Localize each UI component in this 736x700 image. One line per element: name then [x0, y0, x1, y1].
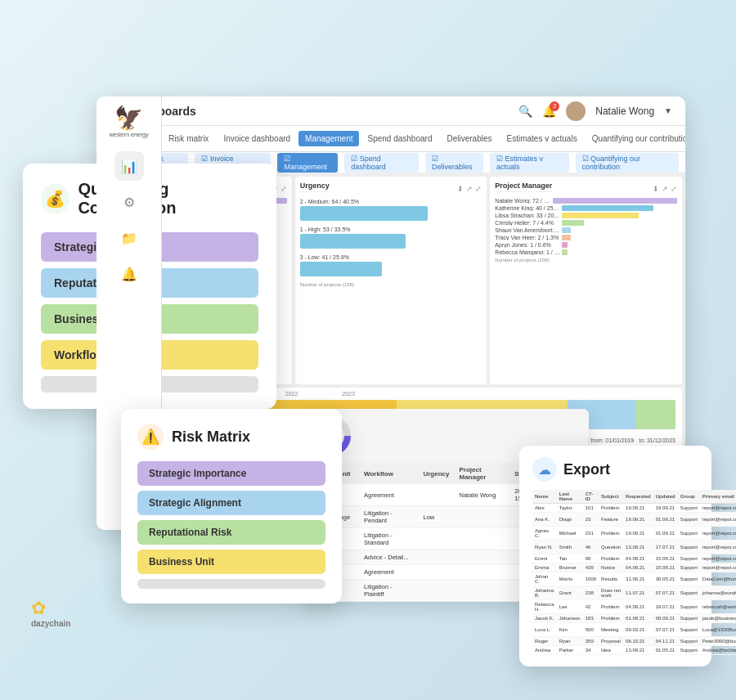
pm-label: Shaun Van Amersfoort: 2 / 1.3%: [495, 227, 560, 233]
pm-expand-icon[interactable]: ⤢: [671, 185, 677, 193]
tab-quantifying[interactable]: Quantifying our contribution: [586, 131, 685, 146]
pm-bar: [562, 249, 568, 255]
notification-badge: 2: [550, 101, 559, 111]
cell-pm: [454, 528, 509, 550]
filter-chip-quantifying[interactable]: ☑ Quantifying our contribution: [576, 153, 679, 173]
pm-download-icon[interactable]: ⬇: [653, 185, 659, 193]
col-workflow: Workflow: [359, 463, 418, 484]
project-manager-panel: Project Manager ⬇ ↗ ⤢ Natalie Wong: 72 /…: [490, 177, 682, 384]
table-row: AndreaParker34 Idea13.09.2101.05.21 Supp…: [532, 646, 736, 655]
qc-icon: 💰: [41, 183, 70, 214]
logo-bird-icon: 🦅: [110, 105, 149, 132]
export-col-group: Group: [678, 490, 700, 504]
filter-chip-estimates[interactable]: ☑ Estimates v actuals: [490, 153, 569, 173]
urgency-low-row: 3 - Low: 41 / 25.9%: [300, 254, 482, 276]
year-label-2023: 2023: [342, 391, 355, 397]
cell-pm: [454, 506, 509, 528]
table-row: Agnes C.Michael231 Problem19.09.2101.09.…: [532, 527, 736, 541]
table-row: Ana K.Diago23 Feature19.09.2101.09.21 Su…: [532, 513, 736, 527]
cell-urgency: [418, 550, 454, 565]
search-icon[interactable]: 🔍: [518, 105, 532, 118]
tab-management[interactable]: Management: [298, 131, 359, 146]
user-dropdown-icon[interactable]: ▼: [664, 106, 672, 115]
sidebar-item-settings[interactable]: ⚙: [114, 187, 144, 217]
table-row: Natalie Wong: 72 / 45.6%: [495, 198, 677, 204]
table-row: Apryn Jones: 1 / 0.6%: [495, 242, 677, 248]
pm-bar: [562, 227, 571, 233]
cell-urgency: Low: [418, 506, 454, 528]
filter-chip-deliverables[interactable]: ☑ Deliverables: [425, 153, 483, 173]
tab-risk-matrix[interactable]: Risk matrix: [162, 131, 215, 146]
urgency-share-icon[interactable]: ↗: [466, 185, 473, 193]
rm-item-strategic-alignment[interactable]: Strategic Alignment: [137, 491, 325, 515]
urgency-low-bar: [300, 262, 382, 276]
dazychain-name: dazychain: [31, 619, 70, 628]
table-row: Libsa Strachan: 33 / 20.9%: [495, 213, 677, 218]
sidebar-item-files[interactable]: 📁: [114, 223, 144, 253]
pm-panel-title: Project Manager: [495, 182, 552, 192]
timeline-segment-6: [635, 400, 675, 429]
rm-item-reputational-risk[interactable]: Reputational Risk: [137, 520, 325, 545]
filter-chip-management[interactable]: ☑ Management: [277, 153, 338, 173]
title-bar: 📊 Dashboards 🔍 🔔 2 Natalie Wong ▼: [96, 96, 685, 126]
rm-item-strategic-importance[interactable]: Strategic Importance: [137, 461, 325, 486]
tab-invoice[interactable]: Invoice dashboard: [217, 131, 297, 146]
urgency-low-label: 3 - Low: 41 / 25.9%: [300, 254, 482, 260]
rm-item-business-unit[interactable]: Business Unit: [137, 550, 325, 574]
year-label-2022: 2022: [285, 391, 298, 397]
cell-urgency: [418, 528, 454, 550]
table-row: Rebecca H.Lee42 Problem04.09.2119.07.21 …: [532, 600, 736, 614]
table-row: Katherine King: 40 / 25.3%: [495, 205, 677, 211]
cell-workflow: Litigation - Pendant: [359, 506, 418, 528]
pm-bar: [562, 213, 639, 218]
sidebar-item-dashboard[interactable]: 📊: [114, 151, 144, 181]
export-col-ctid: CT-ID: [583, 490, 599, 504]
pm-bar: [562, 220, 584, 226]
western-energy-logo: 🦅 western energy: [110, 105, 149, 138]
filter-chip-spend[interactable]: ☑ Spend dashboard: [344, 153, 419, 173]
table-row: EmmiTan60 Problem04.08.2115.08.21 Suppor…: [532, 554, 736, 563]
table-row: Shaun Van Amersfoort: 2 / 1.3%: [495, 227, 677, 233]
table-row: Christy Heller: 7 / 4.4%: [495, 220, 677, 226]
notifications-icon[interactable]: 🔔 2: [542, 105, 556, 118]
export-header: ☁ Export: [532, 457, 698, 482]
urgency-expand-icon[interactable]: ⤢: [475, 185, 482, 193]
dazychain-logo-area: ✿ dazychain: [31, 598, 70, 628]
rm-item-empty: [137, 579, 325, 589]
urgency-medium-label: 2 - Medium: 64 / 40.5%: [300, 199, 482, 204]
rm-warning-icon: ⚠️: [137, 424, 164, 450]
export-title: Export: [563, 461, 610, 478]
cell-workflow: Agreement: [359, 565, 418, 580]
tab-bar: Dashboards Risk matrix Invoice dashboard…: [96, 126, 685, 152]
urgency-medium-bar: [300, 206, 428, 221]
title-actions: 🔍 🔔 2 Natalie Wong ▼: [518, 101, 672, 121]
cell-workflow: Litigation - Standard: [359, 528, 418, 550]
urgency-high-bar: [300, 234, 406, 249]
urgency-high-row: 1 - High: 53 / 33.5%: [300, 227, 482, 249]
export-col-lastname: Last Name: [557, 490, 583, 504]
pm-label: Apryn Jones: 1 / 0.6%: [495, 242, 560, 248]
cell-urgency: [418, 565, 454, 580]
export-col-subject: Subject: [599, 490, 623, 504]
col-urgency: Urgency: [418, 463, 454, 484]
sidebar-item-notifications[interactable]: 🔔: [114, 259, 144, 289]
pm-share-icon[interactable]: ↗: [662, 185, 668, 193]
col-pm: Project Manager: [454, 463, 509, 484]
urgency-panel-actions: ⬇ ↗ ⤢: [457, 185, 482, 193]
pm-label: Rebecca Mangano: 1 / 0.6%: [495, 249, 560, 255]
tab-spend[interactable]: Spend dashboard: [361, 131, 438, 146]
cell-urgency: [418, 580, 454, 602]
cell-pm: [454, 580, 509, 602]
user-name-label: Natalie Wong: [595, 105, 654, 117]
workflow-expand-icon[interactable]: ⤢: [280, 185, 287, 193]
tab-deliverables[interactable]: Deliverables: [440, 131, 498, 146]
cell-workflow: Advice - Detail...: [359, 550, 418, 565]
urgency-download-icon[interactable]: ⬇: [457, 185, 464, 193]
pm-label: Christy Heller: 7 / 4.4%: [495, 220, 560, 226]
table-row: AlexTaylor101 Problem19.09.2119.09.21 Su…: [532, 504, 736, 513]
export-cloud-icon: ☁: [532, 457, 557, 482]
table-row: Rebecca Mangano: 1 / 0.6%: [495, 249, 677, 255]
pm-bars: Natalie Wong: 72 / 45.6% Katherine King:…: [495, 198, 677, 255]
tab-estimates[interactable]: Estimates v actuals: [500, 131, 583, 146]
rm-header: ⚠️ Risk Matrix: [137, 424, 325, 450]
